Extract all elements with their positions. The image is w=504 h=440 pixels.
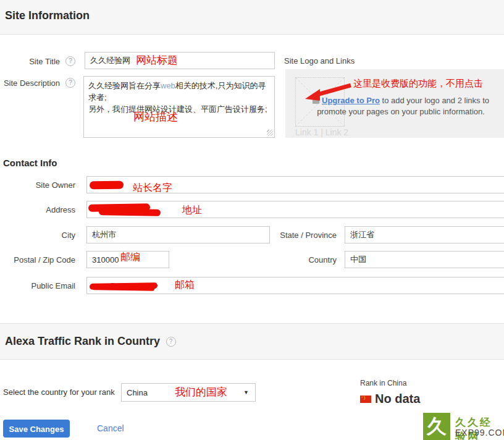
- section-header-site-information: Site Information: [0, 0, 504, 35]
- link-placeholders: Link 1 | Link 2: [295, 127, 348, 137]
- rank-value: No data: [375, 392, 420, 406]
- site-description-line2: 另外，我们提供网站设计建设、平面广告设计服务;: [88, 103, 270, 115]
- site-owner-input[interactable]: [86, 176, 504, 193]
- site-description-label-row: Site Description ?: [0, 78, 75, 88]
- site-title-label: Site Title: [29, 57, 60, 66]
- address-label-row: Address: [0, 201, 75, 218]
- save-button[interactable]: Save Changes: [3, 420, 70, 438]
- site-owner-label-row: Site Owner: [0, 176, 75, 193]
- rank-in-country-label: Rank in China: [360, 379, 406, 387]
- exp99-logo-icon: 久: [423, 413, 450, 440]
- site-logo-links-label: Site Logo and Links: [284, 56, 355, 66]
- redaction-scribble: [90, 181, 124, 190]
- city-label: City: [62, 231, 75, 240]
- country-input[interactable]: [345, 251, 504, 268]
- state-province-label: State / Province: [280, 231, 337, 240]
- annotation-upgrade-warning: 这里是收费版的功能，不用点击: [353, 78, 483, 88]
- country-rank-select[interactable]: China ▼: [121, 383, 256, 402]
- country-label-row: Country: [259, 251, 337, 268]
- red-arrow-icon: [301, 80, 356, 103]
- exp99-logo-domain: EXP99.COM: [455, 428, 504, 438]
- site-owner-label: Site Owner: [36, 180, 75, 190]
- country-label: Country: [308, 255, 337, 264]
- page-title: Site Information: [5, 9, 90, 22]
- city-label-row: City: [0, 226, 75, 243]
- section-header-alexa-rank: Alexa Traffic Rank in Country ?: [0, 323, 504, 360]
- site-title-input[interactable]: [85, 52, 275, 69]
- china-flag-icon: [360, 396, 371, 403]
- city-input[interactable]: [86, 226, 270, 243]
- select-country-label: Select the country for your rank: [3, 387, 115, 397]
- redaction-scribble: [99, 208, 161, 216]
- public-email-label-row: Public Email: [0, 277, 75, 294]
- postal-label-row: Postal / Zip Code: [0, 251, 75, 268]
- textarea-resize-handle[interactable]: [267, 130, 273, 136]
- public-email-label: Public Email: [31, 281, 75, 290]
- address-label: Address: [46, 205, 75, 214]
- site-description-textarea[interactable]: 久久经验网旨在分享web相关的技术,只为知识的寻求者; 另外，我们提供网站设计建…: [83, 76, 275, 138]
- site-description-line1: 久久经验网旨在分享web相关的技术,只为知识的寻求者;: [88, 80, 270, 103]
- state-label-row: State / Province: [259, 226, 337, 243]
- selected-country-value: China: [127, 388, 148, 397]
- postal-zip-label: Postal / Zip Code: [14, 255, 75, 264]
- site-description-label: Site Description: [4, 78, 60, 88]
- logo-promo-box: Upgrade to Pro to add your logo and 2 li…: [285, 69, 504, 138]
- alexa-rank-heading: Alexa Traffic Rank in Country: [5, 335, 160, 348]
- site-title-label-row: Site Title ?: [0, 53, 75, 70]
- help-icon[interactable]: ?: [65, 78, 75, 88]
- postal-zip-input[interactable]: [86, 251, 169, 268]
- cancel-link[interactable]: Cancel: [97, 423, 124, 433]
- help-icon[interactable]: ?: [65, 56, 75, 66]
- help-icon[interactable]: ?: [166, 337, 176, 347]
- contact-info-heading: Contact Info: [3, 158, 57, 168]
- site-settings-page: Site Information Site Title ? 网站标题 Site …: [0, 0, 504, 440]
- chevron-down-icon: ▼: [243, 389, 249, 396]
- state-province-input[interactable]: [345, 226, 504, 243]
